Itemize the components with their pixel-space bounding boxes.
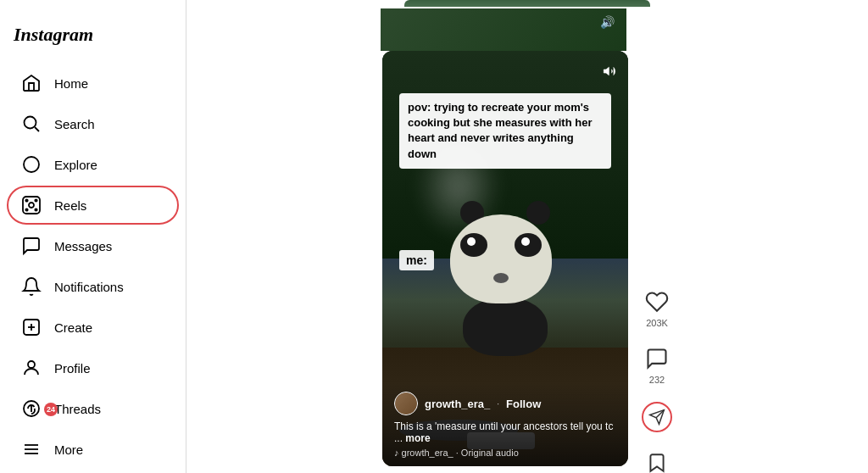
follow-button[interactable]: Follow (506, 398, 541, 410)
svg-point-9 (35, 209, 36, 210)
svg-point-8 (25, 209, 27, 210)
reels-icon (20, 194, 42, 216)
reel-user-row: growth_era_ · Follow (394, 392, 616, 415)
sidebar-item-messages[interactable]: Messages (7, 226, 179, 265)
sidebar-item-create[interactable]: Create (7, 308, 179, 347)
more-label: More (54, 442, 83, 457)
reel-caption-overlay-top: pov: trying to recreate your mom's cooki… (399, 93, 611, 169)
reels-label: Reels (54, 198, 86, 213)
sidebar-item-home[interactable]: Home (7, 64, 179, 103)
panda-face (450, 214, 552, 303)
svg-point-2 (24, 157, 39, 172)
create-label: Create (54, 320, 92, 335)
reel-caption-text: This is a 'measure until your ancestors … (394, 420, 616, 444)
share-icon (642, 402, 672, 432)
top-reel-sound-icon: 🔊 (600, 15, 615, 29)
svg-line-1 (35, 127, 39, 131)
avatar[interactable] (394, 392, 418, 415)
explore-label: Explore (54, 158, 97, 172)
reel-audio: ♪ growth_era_ · Original audio (394, 448, 616, 458)
messages-icon (20, 235, 42, 257)
profile-label: Profile (54, 361, 91, 376)
sidebar-item-more[interactable]: More (7, 430, 179, 469)
threads-badge: 24 (44, 403, 58, 416)
search-icon (20, 113, 42, 135)
panda-ear-right (526, 201, 550, 225)
svg-marker-18 (604, 67, 609, 75)
sidebar-item-explore[interactable]: Explore (7, 145, 179, 184)
notifications-icon (20, 275, 42, 298)
home-icon (20, 72, 42, 94)
sidebar-item-notifications[interactable]: Notifications (7, 267, 179, 306)
panda-character (450, 214, 560, 356)
comment-icon (643, 345, 670, 372)
reel-username: growth_era_ (425, 398, 490, 410)
reels-feed[interactable]: 🔊 (186, 0, 868, 473)
svg-point-6 (25, 199, 27, 201)
sound-icon[interactable] (603, 64, 616, 78)
svg-rect-4 (23, 197, 40, 214)
comment-button[interactable]: 232 (643, 345, 670, 385)
separator: · (497, 399, 499, 409)
threads-icon: 24 (20, 398, 42, 420)
like-count: 203K (646, 318, 668, 328)
notifications-label: Notifications (54, 280, 124, 294)
create-icon (20, 316, 42, 338)
panda-body (463, 297, 548, 356)
sidebar-item-search[interactable]: Search (7, 104, 179, 143)
app-logo: Instagram (0, 14, 186, 63)
share-button[interactable] (642, 402, 672, 432)
comment-count: 232 (649, 375, 665, 385)
svg-marker-3 (28, 161, 35, 168)
main-content: 🔊 (186, 0, 868, 473)
top-partial-reel-container (404, 0, 650, 7)
reel-video[interactable]: pov: trying to recreate your mom's cooki… (382, 51, 628, 466)
avatar-image (395, 392, 417, 415)
panda-eye-white-right (521, 237, 530, 246)
sidebar-item-threads[interactable]: 24 Threads (7, 389, 179, 428)
sidebar-item-profile[interactable]: Profile (7, 348, 179, 387)
panda-eye-patch-left (460, 233, 487, 257)
sidebar: Instagram Home Search Explore (0, 0, 186, 473)
threads-label: Threads (54, 402, 101, 416)
more-link[interactable]: more (405, 432, 430, 444)
sidebar-item-reels[interactable]: Reels (7, 186, 179, 225)
bookmark-icon (643, 449, 670, 473)
music-note: ♪ growth_era_ · Original audio (394, 448, 519, 458)
svg-point-7 (35, 199, 36, 201)
reel-bottom-info: growth_era_ · Follow This is a 'measure … (382, 383, 628, 466)
like-button[interactable]: 203K (643, 288, 670, 328)
messages-label: Messages (54, 239, 112, 253)
explore-icon (20, 153, 42, 175)
side-actions: 203K 232 (642, 288, 672, 473)
top-partial-reel[interactable]: 🔊 (381, 8, 626, 51)
search-label: Search (54, 117, 95, 131)
panda-nose (493, 273, 509, 283)
svg-point-5 (29, 203, 34, 208)
reel-caption-overlay-me: me: (399, 250, 434, 270)
panda-eye-white-left (467, 237, 476, 246)
more-icon (20, 438, 42, 460)
panda-eye-patch-right (515, 233, 542, 257)
bookmark-button[interactable] (643, 449, 670, 473)
profile-icon (20, 357, 42, 379)
svg-point-0 (25, 117, 36, 129)
svg-point-13 (28, 361, 35, 368)
reel-card: pov: trying to recreate your mom's cooki… (382, 51, 672, 473)
home-label: Home (54, 76, 88, 91)
heart-icon (643, 288, 670, 315)
